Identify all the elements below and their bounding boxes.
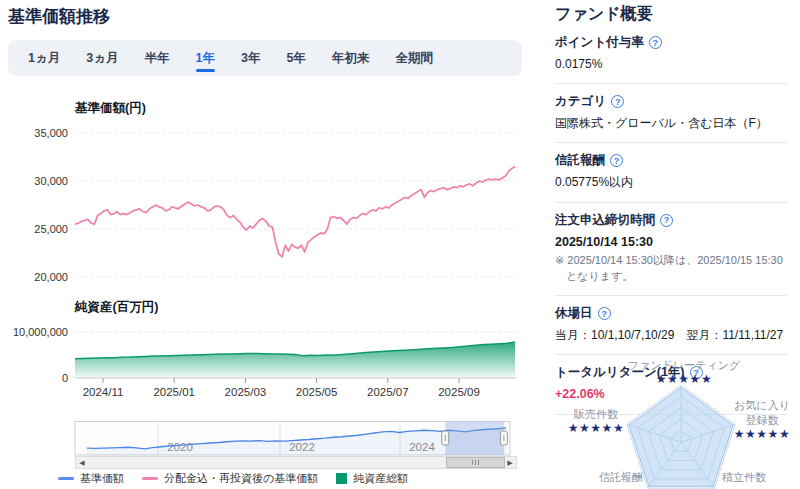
svg-text:30,000: 30,000 [34, 175, 68, 187]
svg-text:お気に入り: お気に入り [734, 399, 790, 411]
help-icon[interactable]: ? [660, 214, 673, 227]
page-title: 基準価額推移 [8, 5, 110, 28]
overview-row-label: 休場日? [555, 305, 787, 322]
svg-text:2025/05: 2025/05 [296, 386, 338, 398]
net-assets-area-chart: 10,000,00002024/112025/012025/032025/052… [0, 295, 530, 403]
svg-text:★★★★★: ★★★★★ [656, 372, 712, 386]
legend-line-swatch [58, 477, 74, 480]
chart-legend: 基準価額分配金込・再投資後の基準価額純資産総額 [58, 471, 408, 486]
fund-rating-radar-chart: ファンドレーティング★★★★★お気に入り登録数★★★★★積立件数信託報酬販売件数… [545, 350, 797, 489]
svg-text:2024/11: 2024/11 [83, 386, 124, 398]
tab-1年[interactable]: 1年 [183, 40, 228, 76]
legend-label: 基準価額 [80, 471, 124, 486]
svg-text:2025/01: 2025/01 [153, 386, 195, 398]
overview-label-text: 注文申込締切時間 [555, 212, 655, 229]
fund-detail-page: 基準価額推移 1ヵ月3ヵ月半年1年3年5年年初来全期間 基準価額(円) 35,0… [0, 0, 800, 489]
tab-5年[interactable]: 5年 [273, 40, 318, 76]
period-tab-bar: 1ヵ月3ヵ月半年1年3年5年年初来全期間 [8, 40, 522, 76]
help-icon[interactable]: ? [610, 154, 623, 167]
scrollbar-thumb[interactable] [446, 457, 505, 468]
svg-text:積立件数: 積立件数 [722, 471, 766, 483]
svg-text:0: 0 [62, 372, 68, 384]
svg-text:★★★★★: ★★★★★ [568, 421, 624, 435]
svg-text:信託報酬: 信託報酬 [599, 471, 643, 483]
scrollbar-grip-icon [475, 460, 476, 465]
overview-row-label: カテゴリ? [555, 93, 787, 110]
overview-label-text: ポイント付与率 [555, 34, 644, 51]
legend-item: 純資産総額 [336, 471, 408, 486]
overview-label-text: カテゴリ [555, 93, 606, 110]
overview-row: 注文申込締切時間?2025/10/14 15:30※ 2025/10/14 15… [555, 203, 787, 297]
overview-row-value: 2025/10/14 15:30 [555, 234, 787, 251]
svg-text:登録数: 登録数 [746, 414, 779, 426]
tab-3ヵ月[interactable]: 3ヵ月 [73, 40, 131, 76]
navigator-range-handle[interactable] [442, 431, 449, 445]
help-icon[interactable]: ? [598, 307, 611, 320]
scrollbar-right-arrow-icon[interactable]: ▶ [504, 457, 516, 468]
legend-line-swatch [142, 477, 158, 480]
overview-row: 休場日?当月：10/1,10/7,10/29 翌月：11/11,11/27 [555, 296, 787, 355]
tab-1ヵ月[interactable]: 1ヵ月 [15, 40, 73, 76]
svg-text:2025/07: 2025/07 [367, 386, 409, 398]
range-navigator-chart[interactable]: 202020222024 [0, 418, 530, 458]
help-icon[interactable]: ? [649, 36, 662, 49]
svg-text:20,000: 20,000 [34, 271, 68, 283]
tab-年初来[interactable]: 年初来 [319, 40, 383, 76]
overview-label-text: 休場日 [555, 305, 593, 322]
legend-square-swatch [336, 473, 347, 484]
svg-text:★★★★★: ★★★★★ [734, 427, 790, 441]
navigator-range-handle[interactable] [500, 431, 507, 445]
legend-item: 基準価額 [58, 471, 124, 486]
navigator-scrollbar[interactable]: ◀ ▶ [75, 456, 517, 469]
navigator-selected-range[interactable] [445, 422, 504, 456]
legend-label: 分配金込・再投資後の基準価額 [164, 471, 318, 486]
overview-row-label: 注文申込締切時間? [555, 212, 787, 229]
overview-row-label: 信託報酬? [555, 152, 787, 169]
svg-text:25,000: 25,000 [34, 223, 68, 235]
overview-title: ファンド概要 [555, 4, 787, 25]
svg-text:2025/09: 2025/09 [438, 386, 480, 398]
overview-row-value: 当月：10/1,10/7,10/29 翌月：11/11,11/27 [555, 327, 787, 343]
overview-row-label: ポイント付与率? [555, 34, 787, 51]
overview-row-note: ※ 2025/10/14 15:30以降は、2025/10/15 15:30とな… [555, 253, 787, 284]
overview-label-text: 信託報酬 [555, 152, 605, 169]
svg-text:ファンドレーティング: ファンドレーティング [628, 359, 741, 371]
tab-全期間[interactable]: 全期間 [382, 40, 446, 76]
svg-text:販売件数: 販売件数 [573, 408, 618, 420]
overview-row-value: 0.05775%以内 [555, 174, 787, 190]
overview-row: カテゴリ?国際株式・グローバル・含む日本（F） [555, 84, 787, 143]
legend-label: 純資産総額 [353, 471, 408, 486]
scrollbar-left-arrow-icon[interactable]: ◀ [76, 457, 88, 468]
help-icon[interactable]: ? [611, 95, 624, 108]
overview-row-value: 0.0175% [555, 56, 787, 72]
tab-3年[interactable]: 3年 [228, 40, 273, 76]
tab-半年[interactable]: 半年 [132, 40, 183, 76]
price-line-chart: 35,00030,00025,00020,000 [0, 95, 530, 293]
overview-row: 信託報酬?0.05775%以内 [555, 143, 787, 202]
legend-item: 分配金込・再投資後の基準価額 [142, 471, 318, 486]
overview-row: ポイント付与率?0.0175% [555, 25, 787, 84]
svg-text:10,000,000: 10,000,000 [13, 326, 68, 338]
svg-text:35,000: 35,000 [34, 127, 68, 139]
svg-text:2025/03: 2025/03 [225, 386, 267, 398]
overview-row-value: 国際株式・グローバル・含む日本（F） [555, 115, 787, 131]
